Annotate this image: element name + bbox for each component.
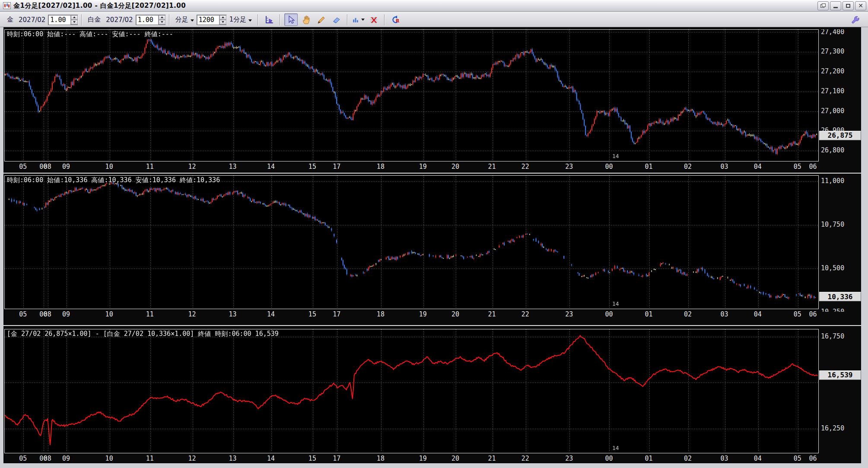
platinum-symbol-label: 白金 [88,16,101,24]
gold-last-price-badge: 26,875 [819,131,861,140]
select-cursor-button[interactable] [284,13,298,26]
x-axis-label: 18 [377,310,385,318]
wrench-icon [851,15,860,25]
x-axis-label: 22 [521,455,529,462]
x-axis-label: 09 [62,310,70,318]
spread-line-canvas[interactable] [5,329,817,452]
x-axis-label: 14 [267,455,275,462]
platinum-y-axis: 11,00010,75010,50010,250 [821,175,861,312]
float-window-button[interactable] [817,1,829,10]
x-axis-label: 01 [645,163,653,171]
close-button[interactable]: ✕ [855,1,866,10]
x-axis-label: 11 [146,310,154,318]
x-axis-label: 15 [308,455,316,462]
chart-settings-button[interactable] [262,13,276,26]
x-axis-label: 21 [488,455,496,462]
title-bar[interactable]: 金1分足[2027/02]1.00 - 白金1分足[2027/02]1.00 ✕ [0,0,868,12]
x-axis-label: 21 [488,310,496,318]
x-axis-label: 00 [605,163,613,171]
platinum-multiplier-spinner[interactable]: 1.00 [136,15,166,25]
pan-hand-icon [302,15,311,25]
x-axis-label: 05 [19,455,27,462]
x-axis-label: 05 [19,310,27,318]
pan-hand-button[interactable] [299,13,313,26]
chevron-down-icon [248,19,252,22]
platinum-plot[interactable] [4,175,819,309]
bar-count-value: 1200 [199,16,214,24]
platinum-x-axis: 0506080910111213141517181920212223000102… [4,309,818,319]
x-axis-label: 12 [188,163,196,171]
x-axis-label: 14 [267,163,275,171]
x-axis-label: 23 [565,310,573,318]
x-axis-label: 22 [521,310,529,318]
platinum-multiplier-spin-buttons[interactable] [158,15,165,25]
chart-settings-icon [264,15,274,25]
gold-candlestick-panel: 時刻:06:00 始値:--- 高値:--- 安値:--- 終値:--- 27,… [3,27,861,173]
chevron-down-icon [191,19,194,22]
close-icon: ✕ [858,3,863,9]
toolbar-separator [169,14,170,25]
y-axis-label: 10,750 [821,221,844,228]
x-axis-label: 02 [684,455,692,462]
gold-info-line: 時刻:06:00 始値:--- 高値:--- 安値:--- 終値:--- [7,30,173,38]
x-axis-label: 01 [645,455,653,462]
x-axis-label: 01 [645,310,653,318]
delete-drawing-button[interactable] [367,13,380,26]
x-axis-label: 10 [105,310,113,318]
bar-chart-icon [352,15,359,25]
reload-icon: R [391,15,401,25]
x-axis-label: 15 [308,310,316,318]
x-axis-label: 19 [419,310,427,318]
x-axis-label: 21 [488,163,496,171]
bar-type-dropdown[interactable]: 分足 [175,16,194,24]
gold-multiplier-spinner[interactable]: 1.00 [48,15,78,25]
chevron-down-icon [361,19,365,21]
y-axis-label: 27,100 [821,87,844,95]
platinum-last-price-badge: 10,336 [819,292,861,301]
delete-chart-icon [369,15,378,25]
candlestick-chart-icon [3,2,11,9]
x-axis-label: 18 [377,455,385,462]
x-axis-label: 06 [809,310,817,318]
x-axis-label: 13 [229,163,237,171]
platinum-candlestick-panel: 時刻:06:00 始値:10,336 高値:10,336 安値:10,336 終… [3,173,861,325]
y-axis-label: 10,500 [821,264,844,272]
gold-multiplier-spin-buttons[interactable] [70,15,78,25]
bar-count-spinner[interactable]: 1200 [197,15,227,25]
x-axis-label: 05 [794,163,801,171]
toolbar: 金 2027/02 1.00 白金 2027/02 1.00 分足 1200 1… [0,12,868,27]
chart-window: { "window": { "title": "金1分足[2027/02]1.0… [0,0,868,468]
x-axis-label: 03 [721,310,728,318]
reload-button[interactable]: R [389,13,402,26]
indicator-bars-button[interactable] [352,13,365,26]
y-axis-label: 26,800 [821,146,844,154]
x-axis-label: 08 [44,163,51,171]
x-axis-label: 14 [267,310,275,318]
x-axis-label: 06 [809,163,817,171]
gold-candlestick-canvas[interactable] [5,30,817,160]
y-axis-label: 11,000 [821,177,844,185]
toolbar-separator [81,14,82,25]
spread-info-line: [金 27/02 26,875×1.00] - [白金 27/02 10,336… [7,330,279,338]
spread-plot[interactable] [4,329,819,453]
minimize-button[interactable] [830,1,841,10]
x-axis-label: 10 [105,455,113,462]
eraser-button[interactable] [330,13,343,26]
gold-plot[interactable] [4,29,819,161]
x-axis-label: 17 [333,163,340,171]
minimize-icon [833,7,838,8]
settings-wrench-button[interactable] [849,13,862,26]
maximize-button[interactable] [843,1,854,10]
bar-count-spin-buttons[interactable] [219,15,226,25]
x-axis-label: 12 [188,310,196,318]
toolbar-separator [258,14,258,25]
x-axis-label: 06 [809,455,817,462]
svg-text:R: R [396,18,400,24]
platinum-candlestick-canvas[interactable] [5,176,817,308]
select-cursor-icon [286,15,296,25]
chart-area: 時刻:06:00 始値:--- 高値:--- 安値:--- 終値:--- 27,… [3,27,861,463]
interval-dropdown[interactable]: 1分足 [229,16,252,24]
draw-line-button[interactable] [315,13,328,26]
x-axis-label: 04 [754,455,762,462]
gold-symbol-label: 金 [7,16,13,24]
